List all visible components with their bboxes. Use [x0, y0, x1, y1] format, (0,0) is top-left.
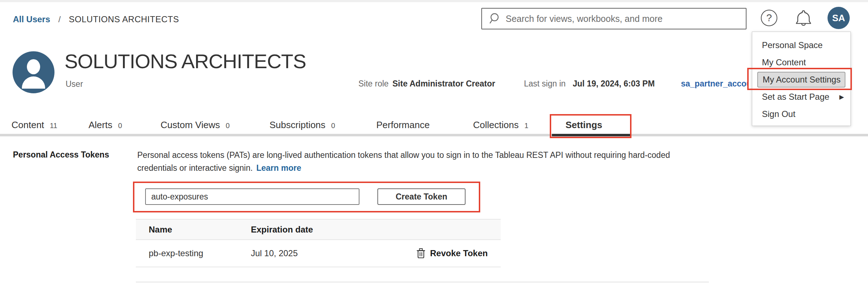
user-avatar-button[interactable]: SA: [828, 7, 850, 29]
menu-item-set-as-start-page[interactable]: Set as Start Page ▶: [752, 88, 850, 105]
menu-item-sign-out[interactable]: Sign Out: [752, 105, 850, 123]
highlighted-menu-pill: My Account Settings: [757, 72, 845, 88]
user-dropdown-menu: Personal Space My Content My Account Set…: [752, 32, 851, 126]
search-bar[interactable]: [481, 8, 747, 29]
tab-alerts[interactable]: Alerts0: [89, 117, 122, 133]
revoke-token-button[interactable]: Revoke Token: [416, 240, 488, 267]
submenu-arrow-icon: ▶: [839, 93, 844, 101]
tab-content[interactable]: Content11: [11, 117, 57, 133]
create-token-button[interactable]: Create Token: [377, 188, 466, 205]
breadcrumb: All Users / SOLUTIONS ARCHITECTS: [13, 14, 179, 24]
menu-item-personal-space[interactable]: Personal Space: [752, 37, 850, 54]
pat-description: Personal access tokens (PATs) are long-l…: [137, 149, 711, 174]
account-name-link[interactable]: sa_partner_accou: [681, 79, 748, 89]
token-table: Name Expiration date pb-exp-testing Jul …: [136, 219, 501, 267]
tab-count: 0: [226, 122, 230, 130]
section-divider: [136, 282, 709, 282]
table-row: pb-exp-testing Jul 10, 2025 Revoke Token: [136, 240, 501, 267]
notifications-bell-icon[interactable]: [794, 8, 813, 28]
help-icon[interactable]: ?: [761, 10, 777, 26]
breadcrumb-all-users-link[interactable]: All Users: [13, 14, 50, 24]
token-expiration-cell: Jul 10, 2025: [251, 240, 298, 267]
tab-collections[interactable]: Collections1: [473, 117, 528, 133]
profile-tab-bar: Content11 Alerts0 Custom Views0 Subscrip…: [0, 117, 868, 133]
tab-bar-divider: [0, 134, 868, 136]
tab-performance[interactable]: Performance: [376, 117, 430, 133]
user-type-label: User: [66, 79, 83, 89]
person-icon: [27, 59, 40, 74]
tab-custom-views[interactable]: Custom Views0: [161, 117, 230, 133]
page-title: SOLUTIONS ARCHITECTS: [65, 50, 306, 73]
pat-section-label: Personal Access Tokens: [13, 150, 109, 160]
token-name-cell: pb-exp-testing: [149, 240, 203, 267]
tableau-user-profile-page: All Users / SOLUTIONS ARCHITECTS ? SA SO…: [0, 0, 868, 305]
breadcrumb-separator: /: [58, 14, 61, 24]
revoke-token-label: Revoke Token: [430, 248, 488, 258]
help-glyph: ?: [766, 12, 772, 24]
search-icon: [488, 12, 501, 25]
tab-count: 0: [118, 122, 122, 130]
tab-count: 0: [331, 122, 335, 130]
profile-avatar: [13, 51, 54, 93]
menu-item-my-account-settings[interactable]: My Account Settings: [752, 71, 850, 88]
last-sign-in-label: Last sign in: [524, 79, 566, 89]
trash-icon: [416, 248, 426, 259]
top-chrome-strip: [0, 0, 868, 2]
menu-item-my-content[interactable]: My Content: [752, 54, 850, 71]
site-role-label: Site role: [358, 79, 388, 89]
site-role-value: Site Administrator Creator: [392, 79, 495, 89]
learn-more-link[interactable]: Learn more: [256, 163, 301, 173]
tab-settings[interactable]: Settings: [566, 117, 602, 133]
token-table-header: Name Expiration date: [136, 219, 501, 240]
search-input[interactable]: [506, 14, 735, 24]
last-sign-in-value: Jul 19, 2024, 6:03 PM: [573, 79, 655, 89]
column-header-expiration: Expiration date: [251, 220, 313, 239]
column-header-name: Name: [149, 220, 172, 239]
tab-subscriptions[interactable]: Subscriptions0: [270, 117, 335, 133]
avatar-initials: SA: [832, 13, 845, 24]
tab-count: 1: [524, 122, 528, 130]
active-tab-indicator: [552, 134, 630, 136]
tab-count: 11: [50, 122, 57, 130]
token-name-input[interactable]: [145, 188, 359, 205]
breadcrumb-current: SOLUTIONS ARCHITECTS: [69, 14, 179, 24]
